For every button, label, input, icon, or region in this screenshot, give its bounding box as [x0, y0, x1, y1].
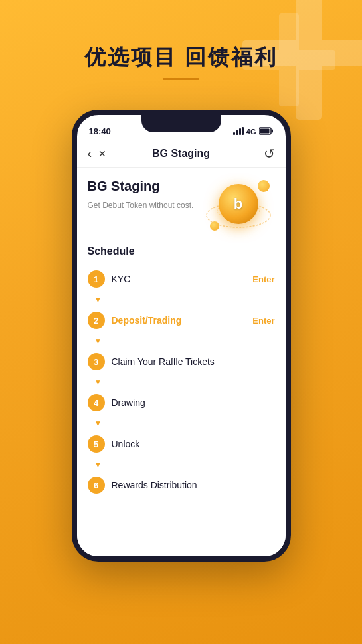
phone-mockup: 18:40 4G [72, 110, 291, 562]
connector-1: ▼ [88, 293, 275, 305]
close-button[interactable]: ✕ [98, 148, 106, 159]
schedule-item[interactable]: 1KYCEnter▼ [88, 265, 275, 305]
arrow-down-icon-1: ▼ [94, 295, 102, 304]
hero-left: BG Staging Get Debut Token without cost. [88, 179, 202, 211]
schedule-row-4: 4Drawing [88, 389, 275, 417]
connector-4: ▼ [88, 417, 275, 429]
schedule-section: Schedule 1KYCEnter▼2Deposit/TradingEnter… [88, 245, 275, 499]
status-time: 18:40 [89, 126, 111, 136]
arrow-down-icon-5: ▼ [94, 460, 102, 469]
top-heading: 优选项目 回馈福利 [0, 43, 362, 72]
schedule-row-2[interactable]: 2Deposit/TradingEnter [88, 306, 275, 334]
schedule-item: 6Rewards Distribution [88, 471, 275, 499]
svg-rect-10 [260, 129, 269, 134]
connector-5: ▼ [88, 458, 275, 470]
back-button[interactable]: ‹ [88, 146, 92, 161]
step-number-6: 6 [88, 477, 105, 494]
arrow-down-icon-4: ▼ [94, 419, 102, 428]
schedule-item: 5Unlock▼ [88, 430, 275, 470]
step-number-4: 4 [88, 394, 105, 411]
arrow-down-icon-3: ▼ [94, 377, 102, 387]
coin-small-2 [210, 221, 219, 231]
step-label-3: Claim Your Raffle Tickets [112, 356, 215, 367]
svg-rect-4 [233, 132, 235, 135]
schedule-row-1[interactable]: 1KYCEnter [88, 265, 275, 293]
heading-underline [163, 78, 199, 80]
step-left-5: 5Unlock [88, 435, 140, 453]
step-enter-2[interactable]: Enter [252, 316, 274, 326]
schedule-row-3: 3Claim Your Raffle Tickets [88, 348, 275, 376]
step-number-2: 2 [88, 312, 105, 329]
schedule-row-6: 6Rewards Distribution [88, 471, 275, 499]
nav-title: BG Staging [152, 148, 210, 160]
hero-image: b [202, 179, 275, 239]
step-left-2: 2Deposit/Trading [88, 312, 182, 329]
step-label-4: Drawing [112, 397, 145, 408]
step-label-6: Rewards Distribution [112, 480, 197, 490]
network-label: 4G [246, 128, 256, 136]
top-heading-wrapper: 优选项目 回馈福利 [0, 43, 362, 80]
connector-2: ▼ [88, 334, 275, 346]
step-left-3: 3Claim Your Raffle Tickets [88, 353, 215, 370]
svg-rect-7 [242, 127, 244, 135]
schedule-item: 4Drawing▼ [88, 389, 275, 429]
schedule-title: Schedule [88, 245, 275, 257]
hero-subtitle: Get Debut Token without cost. [88, 199, 194, 211]
svg-rect-9 [271, 130, 273, 133]
step-number-5: 5 [88, 435, 105, 453]
step-left-4: 4Drawing [88, 394, 145, 411]
nav-bar: ‹ ✕ BG Staging ↺ [77, 139, 286, 168]
step-label-5: Unlock [112, 439, 140, 449]
coin-small-1 [258, 180, 270, 192]
step-left-1: 1KYC [88, 270, 131, 288]
schedule-list: 1KYCEnter▼2Deposit/TradingEnter▼3Claim Y… [88, 265, 275, 499]
phone-screen: 18:40 4G [72, 110, 291, 562]
svg-rect-6 [239, 128, 241, 135]
hero-title: BG Staging [88, 179, 202, 194]
battery-icon [259, 127, 274, 136]
step-number-3: 3 [88, 353, 105, 370]
svg-rect-5 [236, 130, 238, 135]
step-left-6: 6Rewards Distribution [88, 477, 197, 494]
nav-left-controls[interactable]: ‹ ✕ [88, 146, 107, 161]
status-right-icons: 4G [233, 127, 274, 136]
step-label-2: Deposit/Trading [112, 315, 182, 326]
refresh-button[interactable]: ↺ [264, 146, 275, 161]
hero-section: BG Staging Get Debut Token without cost. [88, 179, 275, 239]
step-number-1: 1 [88, 270, 105, 288]
phone-notch [141, 115, 221, 132]
schedule-row-5: 5Unlock [88, 430, 275, 458]
arrow-down-icon-2: ▼ [94, 336, 102, 346]
step-label-1: KYC [112, 274, 131, 284]
schedule-item[interactable]: 2Deposit/TradingEnter▼ [88, 306, 275, 346]
coin-main: b [219, 184, 258, 224]
content-area: BG Staging Get Debut Token without cost. [77, 168, 286, 556]
connector-3: ▼ [88, 376, 275, 387]
step-enter-1[interactable]: Enter [252, 274, 274, 284]
schedule-item: 3Claim Your Raffle Tickets▼ [88, 348, 275, 387]
signal-icon [233, 127, 244, 136]
